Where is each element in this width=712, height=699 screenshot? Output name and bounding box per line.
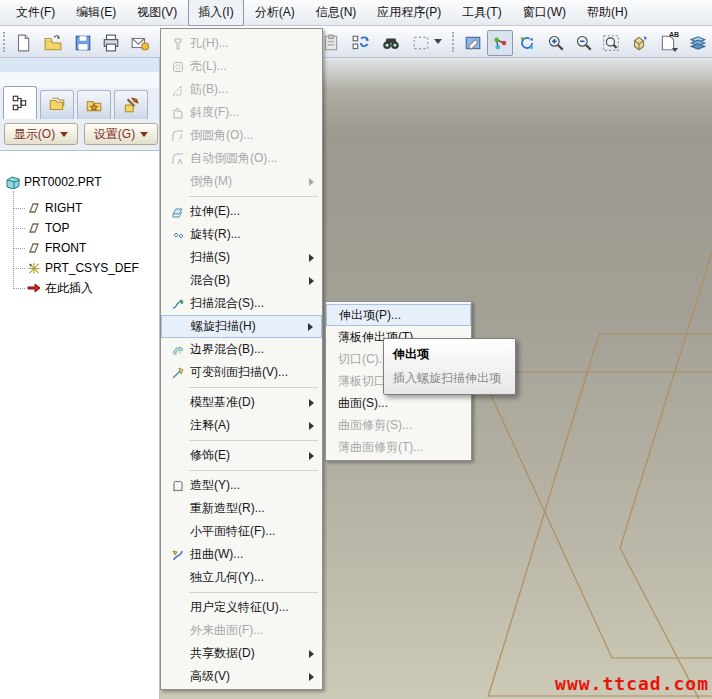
menu-item-label: 造型(Y)... xyxy=(190,477,240,494)
menu-item-label: 薄曲面修剪(T)... xyxy=(338,439,423,456)
menu-insert[interactable]: 插入(I) xyxy=(188,0,243,26)
menu-help[interactable]: 帮助(H) xyxy=(577,0,638,26)
menu-item-label: 小平面特征(F)... xyxy=(190,523,275,540)
menu-separator xyxy=(161,193,322,200)
menu-item-facet-feature[interactable]: 小平面特征(F)... xyxy=(161,520,322,543)
navigator-tabs xyxy=(3,90,148,119)
menu-item-auto-round[interactable]: 自动倒圆角(O)... xyxy=(161,147,322,170)
tree-connector xyxy=(13,228,25,229)
chevron-down-icon xyxy=(140,132,148,141)
menu-item-helical-sweep[interactable]: 螺旋扫描(H) xyxy=(161,315,322,338)
menu-item-blend[interactable]: 混合(B) xyxy=(161,269,322,292)
menu-item-hole[interactable]: 孔(H)... xyxy=(161,32,322,55)
new-file-icon[interactable] xyxy=(10,30,36,56)
menu-item-label: 曲面修剪(S)... xyxy=(338,417,412,434)
menu-item-foreign-surface[interactable]: 外来曲面(F)... xyxy=(161,619,322,642)
settings-button[interactable]: 设置(G) xyxy=(84,123,158,145)
menu-window[interactable]: 窗口(W) xyxy=(513,0,576,26)
menu-item-chamfer[interactable]: 倒角(M) xyxy=(161,170,322,193)
menu-item-swept-blend[interactable]: 扫描混合(S)... xyxy=(161,292,322,315)
select-box-icon[interactable] xyxy=(408,30,434,56)
toolbar-grip[interactable] xyxy=(3,32,8,52)
show-button[interactable]: 显示(O) xyxy=(4,123,78,145)
open-icon[interactable] xyxy=(40,30,66,56)
submenu-item-thin-surface-trim[interactable]: 薄曲面修剪(T)... xyxy=(326,436,471,458)
menu-item-label: 扫描(S) xyxy=(190,249,230,266)
zoom-in-icon[interactable] xyxy=(543,30,569,56)
menu-item-cosmetic[interactable]: 修饰(E) xyxy=(161,444,322,467)
find-icon[interactable] xyxy=(378,30,404,56)
tree-root-part[interactable]: PRT0002.PRT xyxy=(6,173,102,191)
submenu-arrow-icon xyxy=(309,452,314,460)
submenu-item-surface-trim[interactable]: 曲面修剪(S)... xyxy=(326,414,471,436)
menu-item-extrude[interactable]: 拉伸(E)... xyxy=(161,200,322,223)
tab-folder-browser[interactable] xyxy=(40,90,74,119)
menu-item-boundary-blend[interactable]: 边界混合(B)... xyxy=(161,338,322,361)
reorient-icon[interactable] xyxy=(626,30,652,56)
select-box-caret-icon[interactable] xyxy=(434,39,442,48)
menu-item-label: 自动倒圆角(O)... xyxy=(190,150,277,167)
zoom-out-icon[interactable] xyxy=(571,30,597,56)
repaint-icon[interactable] xyxy=(460,30,486,56)
submenu-arrow-icon xyxy=(309,254,314,262)
submenu-item-protrusion[interactable]: 伸出项(P)... xyxy=(326,304,471,326)
menu-view[interactable]: 视图(V) xyxy=(127,0,187,26)
toolbar-grip[interactable] xyxy=(452,32,457,52)
menu-analysis[interactable]: 分析(A) xyxy=(245,0,305,26)
rib-icon xyxy=(166,82,190,98)
menu-item-independent-geometry[interactable]: 独立几何(Y)... xyxy=(161,566,322,589)
orient-mode-icon[interactable] xyxy=(514,30,540,56)
spin-center-icon[interactable] xyxy=(487,30,513,56)
tab-connections[interactable] xyxy=(114,90,148,119)
menu-item-label: 斜度(F)... xyxy=(190,104,239,121)
menu-item-revolve[interactable]: 旋转(R)... xyxy=(161,223,322,246)
submenu-item-surface[interactable]: 曲面(S)... xyxy=(326,392,471,414)
menu-item-sweep[interactable]: 扫描(S) xyxy=(161,246,322,269)
draft-icon xyxy=(166,105,190,121)
submenu-arrow-icon xyxy=(309,178,314,186)
menu-item-label: 共享数据(D) xyxy=(190,645,255,662)
menu-item-restyle[interactable]: 重新造型(R)... xyxy=(161,497,322,520)
regenerate-icon[interactable] xyxy=(348,30,374,56)
menu-item-model-datum[interactable]: 模型基准(D) xyxy=(161,391,322,414)
menu-item-warp[interactable]: 扭曲(W)... xyxy=(161,543,322,566)
tree-item-front[interactable]: FRONT xyxy=(27,239,86,257)
menu-item-advanced[interactable]: 高级(V) xyxy=(161,665,322,688)
menu-item-label: 可变剖面扫描(V)... xyxy=(190,364,288,381)
show-button-label: 显示(O) xyxy=(14,126,55,143)
tree-item-csys[interactable]: PRT_CSYS_DEF xyxy=(27,259,139,277)
style-icon xyxy=(166,478,190,494)
menu-item-label: 修饰(E) xyxy=(190,447,230,464)
refit-icon[interactable] xyxy=(598,30,624,56)
print-icon[interactable] xyxy=(98,30,124,56)
menu-item-variable-section-sweep[interactable]: 可变剖面扫描(V)... xyxy=(161,361,322,384)
menu-tools[interactable]: 工具(T) xyxy=(452,0,511,26)
toolbar: AB xyxy=(0,26,712,58)
tree-connector xyxy=(13,191,14,289)
menu-item-annotations[interactable]: 注释(A) xyxy=(161,414,322,437)
layers-icon[interactable] xyxy=(685,30,711,56)
navigator-panel: 显示(O) 设置(G) PRT0002.PRT RIGHT TOP FRONT xyxy=(0,58,160,699)
menu-edit[interactable]: 编辑(E) xyxy=(66,0,126,26)
save-icon[interactable] xyxy=(70,30,96,56)
menu-item-draft[interactable]: 斜度(F)... xyxy=(161,101,322,124)
menu-item-round[interactable]: 倒圆角(O)... xyxy=(161,124,322,147)
menu-separator xyxy=(161,384,322,391)
menu-file[interactable]: 文件(F) xyxy=(6,0,65,26)
menu-item-rib[interactable]: 筋(B)... xyxy=(161,78,322,101)
menu-info[interactable]: 信息(N) xyxy=(306,0,367,26)
tab-favorites[interactable] xyxy=(77,90,111,119)
menu-item-udf[interactable]: 用户定义特征(U)... xyxy=(161,596,322,619)
email-icon[interactable] xyxy=(127,30,153,56)
tree-item-insert-here[interactable]: 在此插入 xyxy=(27,279,93,297)
menu-applications[interactable]: 应用程序(P) xyxy=(367,0,451,26)
saved-views-caret-icon[interactable] xyxy=(672,48,678,55)
tab-model-tree[interactable] xyxy=(3,86,37,119)
tree-item-label: FRONT xyxy=(45,241,86,255)
menu-item-shell[interactable]: 壳(L)... xyxy=(161,55,322,78)
menu-item-style[interactable]: 造型(Y)... xyxy=(161,474,322,497)
menu-item-shared-data[interactable]: 共享数据(D) xyxy=(161,642,322,665)
menubar: 文件(F) 编辑(E) 视图(V) 插入(I) 分析(A) 信息(N) 应用程序… xyxy=(0,0,712,26)
tree-item-right[interactable]: RIGHT xyxy=(27,199,82,217)
tree-item-top[interactable]: TOP xyxy=(27,219,69,237)
